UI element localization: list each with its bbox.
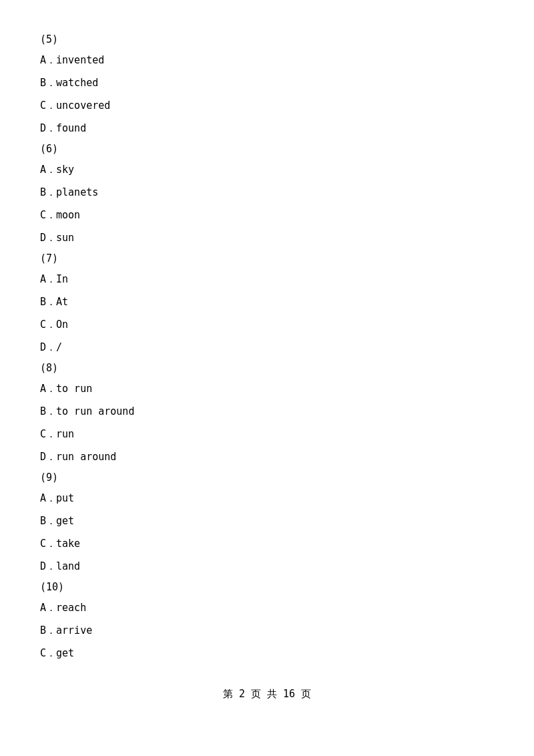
question-5-option-1[interactable]: B．arrive (40, 622, 494, 638)
question-2-option-3[interactable]: D．/ (40, 339, 494, 355)
question-0-option-1[interactable]: B．watched (40, 75, 494, 91)
question-0-option-0[interactable]: A．invented (40, 52, 494, 68)
question-1-option-2[interactable]: C．moon (40, 207, 494, 223)
question-4-option-0[interactable]: A．put (40, 490, 494, 506)
question-4-option-3[interactable]: D．land (40, 558, 494, 574)
question-number-5: (10) (40, 581, 494, 593)
question-1-option-1[interactable]: B．planets (40, 184, 494, 200)
question-3-option-2[interactable]: C．run (40, 426, 494, 442)
question-3-option-0[interactable]: A．to run (40, 381, 494, 397)
question-5-option-2[interactable]: C．get (40, 645, 494, 661)
question-3-option-1[interactable]: B．to run around (40, 403, 494, 419)
page-footer: 第 2 页 共 16 页 (40, 688, 494, 701)
question-1-option-0[interactable]: A．sky (40, 162, 494, 178)
question-number-2: (7) (40, 252, 494, 264)
question-3-option-3[interactable]: D．run around (40, 449, 494, 465)
question-4-option-2[interactable]: C．take (40, 536, 494, 552)
question-number-0: (5) (40, 33, 494, 45)
question-5-option-0[interactable]: A．reach (40, 600, 494, 616)
question-2-option-1[interactable]: B．At (40, 294, 494, 310)
footer-text: 第 2 页 共 16 页 (223, 688, 311, 700)
question-0-option-3[interactable]: D．found (40, 120, 494, 136)
question-number-1: (6) (40, 143, 494, 155)
question-2-option-0[interactable]: A．In (40, 271, 494, 287)
question-number-4: (9) (40, 471, 494, 484)
question-4-option-1[interactable]: B．get (40, 513, 494, 529)
question-2-option-2[interactable]: C．On (40, 317, 494, 333)
question-0-option-2[interactable]: C．uncovered (40, 98, 494, 114)
question-1-option-3[interactable]: D．sun (40, 230, 494, 246)
question-number-3: (8) (40, 362, 494, 374)
